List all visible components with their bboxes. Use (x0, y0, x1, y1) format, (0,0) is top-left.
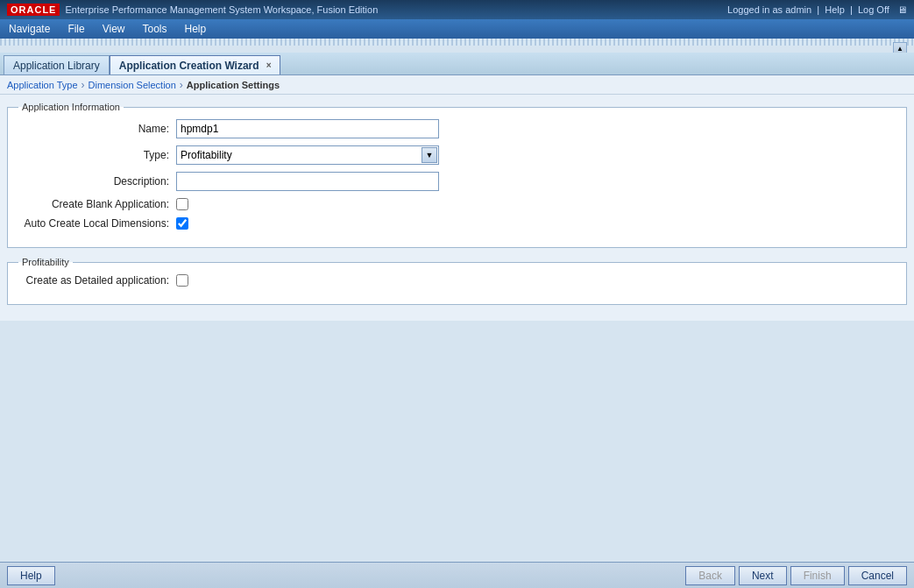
description-label: Description: (18, 175, 176, 188)
oracle-logo: ORACLE (7, 4, 60, 16)
tab-application-library[interactable]: Application Library (4, 55, 110, 74)
create-blank-row: Create Blank Application: (18, 198, 896, 210)
auto-create-checkbox[interactable] (176, 217, 188, 230)
back-button[interactable]: Back (685, 566, 735, 585)
app-info-legend: Application Information (18, 102, 124, 112)
profitability-legend: Profitability (18, 257, 73, 267)
logged-in-text: Logged in as admin (727, 4, 811, 15)
name-row: Name: (18, 119, 896, 138)
type-select[interactable]: Profitability Standard Cost Revenue (176, 145, 439, 165)
breadcrumb-arrow1: › (81, 79, 85, 91)
footer: Help Back Next Finish Cancel (0, 562, 914, 588)
create-blank-checkbox[interactable] (176, 198, 188, 210)
tab-library-label: Application Library (13, 60, 100, 72)
workspace-area: ▲ (0, 39, 914, 46)
top-bar-left: ORACLE Enterprise Performance Management… (7, 4, 378, 16)
tab-close-icon[interactable]: × (266, 60, 272, 70)
menu-view[interactable]: View (99, 21, 129, 37)
tabs-area: Application Library Application Creation… (0, 53, 914, 75)
create-detailed-row: Create as Detailed application: (18, 274, 896, 287)
top-bar-right: Logged in as admin | Help | Log Off 🖥 (727, 4, 907, 15)
auto-create-row: Auto Create Local Dimensions: (18, 217, 896, 230)
cancel-button[interactable]: Cancel (848, 566, 907, 585)
breadcrumb-step1[interactable]: Application Type (7, 80, 78, 90)
monitor-icon: 🖥 (897, 4, 907, 15)
breadcrumb-arrow2: › (180, 79, 183, 91)
breadcrumb-step3: Application Settings (187, 80, 280, 90)
logoff-link[interactable]: Log Off (858, 4, 889, 15)
next-button[interactable]: Next (739, 566, 787, 585)
content-wrapper: Application Library Application Creation… (0, 53, 914, 562)
dotted-bar (0, 39, 914, 46)
description-input[interactable] (176, 172, 439, 191)
footer-left: Help (7, 566, 55, 585)
description-row: Description: (18, 172, 896, 191)
top-bar: ORACLE Enterprise Performance Management… (0, 0, 914, 19)
profitability-panel: Profitability Create as Detailed applica… (7, 257, 907, 305)
menu-help[interactable]: Help (181, 21, 210, 37)
menu-bar: Navigate File View Tools Help (0, 19, 914, 39)
breadcrumb-step2[interactable]: Dimension Selection (89, 80, 176, 90)
app-title: Enterprise Performance Management System… (65, 4, 378, 15)
name-input[interactable] (176, 119, 439, 138)
finish-button[interactable]: Finish (790, 566, 845, 585)
auto-create-label: Auto Create Local Dimensions: (18, 217, 176, 230)
menu-file[interactable]: File (64, 21, 88, 37)
tab-application-creation-wizard[interactable]: Application Creation Wizard × (110, 55, 281, 74)
create-detailed-checkbox[interactable] (176, 274, 188, 287)
breadcrumb: Application Type › Dimension Selection ›… (0, 75, 914, 95)
application-info-panel: Application Information Name: Type: Prof… (7, 102, 907, 248)
type-label: Type: (18, 149, 176, 161)
tab-wizard-label: Application Creation Wizard (119, 60, 259, 72)
create-blank-label: Create Blank Application: (18, 198, 176, 210)
create-detailed-label: Create as Detailed application: (18, 274, 176, 287)
type-select-wrapper: Profitability Standard Cost Revenue ▼ (176, 145, 439, 165)
name-label: Name: (18, 123, 176, 135)
help-link[interactable]: Help (825, 4, 845, 15)
help-button[interactable]: Help (7, 566, 55, 585)
menu-navigate[interactable]: Navigate (5, 21, 53, 37)
menu-tools[interactable]: Tools (139, 21, 171, 37)
main-content: Application Information Name: Type: Prof… (0, 95, 914, 321)
type-row: Type: Profitability Standard Cost Revenu… (18, 145, 896, 165)
footer-right: Back Next Finish Cancel (685, 566, 907, 585)
